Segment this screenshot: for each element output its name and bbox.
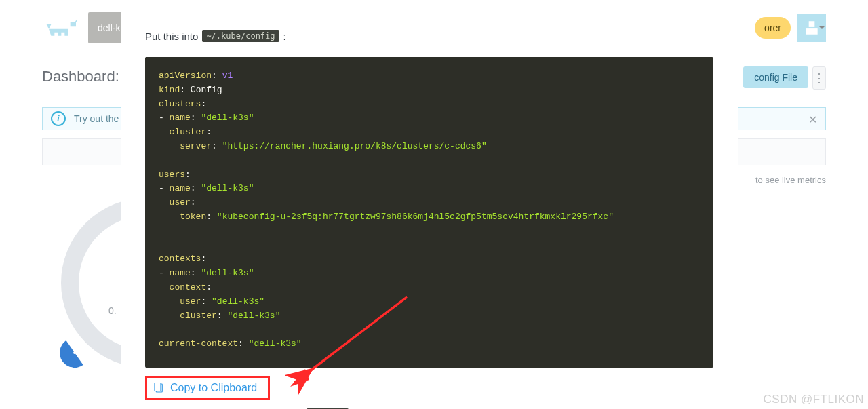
yaml-key: cluster: [170, 127, 207, 137]
yaml-value: v1: [222, 71, 233, 81]
yaml-value: "dell-k3s": [227, 311, 280, 321]
kubeconfig-codeblock[interactable]: apiVersion: v1 kind: Config clusters: - …: [145, 57, 713, 368]
svg-rect-1: [806, 28, 817, 35]
ellipsis-icon: ⋮: [813, 72, 825, 84]
metrics-hint: to see live metrics: [755, 175, 826, 185]
copy-to-clipboard-button[interactable]: Copy to Clipboard: [145, 376, 270, 400]
kubeconfig-file-label: config File: [754, 72, 797, 83]
yaml-key: kind: [159, 85, 180, 95]
yaml-value: "dell-k3s": [201, 113, 254, 123]
yaml-value: "dell-k3s": [212, 296, 264, 307]
yaml-key: name: [170, 268, 191, 278]
yaml-value: Config: [191, 85, 222, 95]
yaml-value: "dell-k3s": [201, 183, 254, 193]
yaml-value: "dell-k3s": [201, 268, 254, 278]
yaml-key: server: [180, 141, 212, 151]
yaml-value: "https://rancher.huxiang.pro/k8s/cluster…: [222, 141, 487, 151]
info-icon: i: [51, 111, 66, 126]
intro-prefix: Put this into: [145, 31, 198, 42]
yaml-key: user: [170, 197, 191, 208]
yaml-value: "kubeconfig-u-2sf5q:hr77tgrtzw97sh86k6mj…: [217, 212, 614, 222]
top-bar-right: orer: [755, 12, 826, 43]
yaml-key: apiVersion: [159, 71, 212, 81]
yaml-key: cluster: [180, 311, 217, 321]
more-actions-button[interactable]: ⋮: [812, 66, 826, 90]
kubeconfig-file-button[interactable]: config File: [743, 66, 808, 88]
yaml-value: "dell-k3s": [249, 338, 302, 349]
yaml-key: clusters: [159, 99, 201, 109]
yaml-key: contexts: [159, 254, 201, 264]
dashboard-title: Dashboard: c: [42, 68, 131, 85]
yaml-key: token: [180, 212, 206, 222]
copy-label: Copy to Clipboard: [170, 382, 257, 394]
intro-suffix: :: [283, 31, 286, 42]
cluster-selector-label: dell-k: [98, 22, 120, 33]
svg-rect-3: [155, 383, 161, 391]
yaml-key: user: [180, 296, 201, 307]
intro-line: Put this into ~/.kube/config:: [145, 30, 713, 42]
svg-rect-0: [809, 21, 815, 27]
yaml-key: users: [159, 170, 185, 180]
watermark: CSDN @FTLIKON: [764, 393, 864, 406]
yaml-key: name: [170, 113, 191, 123]
yaml-key: current-context: [159, 338, 238, 349]
cluster-explorer-button[interactable]: orer: [755, 17, 791, 39]
user-avatar-icon: [803, 19, 821, 37]
info-banner-text: Try out the: [74, 113, 119, 124]
gauge-zero-label: 0.: [108, 305, 117, 316]
rancher-logo[interactable]: [42, 12, 83, 43]
cluster-explorer-label: orer: [764, 22, 781, 33]
banner-close-button[interactable]: ✕: [808, 113, 817, 126]
cow-icon: [45, 16, 79, 40]
yaml-key: name: [170, 183, 191, 193]
user-menu[interactable]: [797, 14, 826, 42]
clipboard-icon: [153, 382, 165, 394]
yaml-key: context: [170, 282, 207, 292]
kubeconfig-modal: Put this into ~/.kube/config: apiVersion…: [121, 0, 738, 409]
kubeconfig-path-chip: ~/.kube/config: [202, 30, 279, 42]
